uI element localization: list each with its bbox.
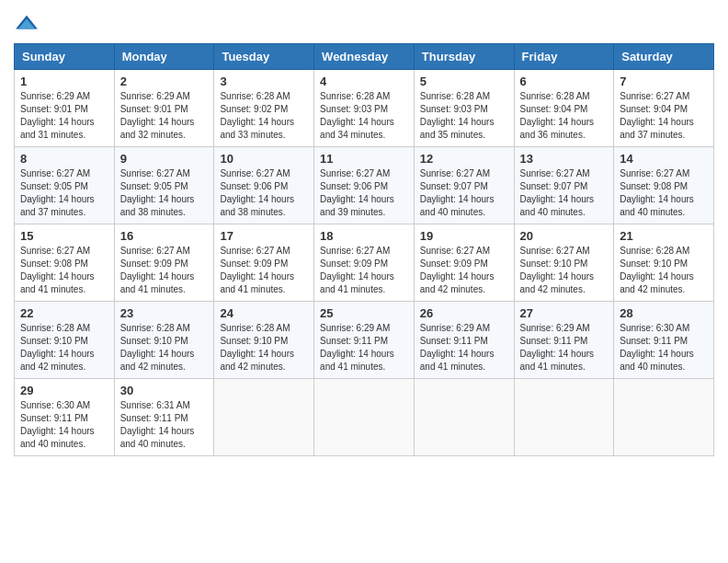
daylight-line1: Daylight: 14 hours	[320, 193, 408, 206]
day-info: Sunrise: 6:28 AMSunset: 9:02 PMDaylight:…	[220, 90, 308, 142]
sunrise-text: Sunrise: 6:27 AM	[420, 167, 508, 180]
sunrise-text: Sunrise: 6:27 AM	[120, 245, 209, 258]
day-number: 24	[220, 306, 308, 320]
sunrise-text: Sunrise: 6:27 AM	[120, 167, 209, 180]
day-number: 3	[220, 75, 308, 88]
sunset-text: Sunset: 9:10 PM	[20, 335, 108, 348]
sunset-text: Sunset: 9:06 PM	[320, 180, 408, 193]
daylight-line2: and 40 minutes.	[620, 206, 708, 219]
day-info: Sunrise: 6:27 AMSunset: 9:05 PMDaylight:…	[120, 167, 209, 219]
day-info: Sunrise: 6:27 AMSunset: 9:09 PMDaylight:…	[420, 245, 508, 296]
day-number: 25	[320, 306, 408, 320]
sunset-text: Sunset: 9:11 PM	[20, 412, 108, 425]
day-number: 29	[20, 384, 108, 397]
daylight-line2: and 40 minutes.	[420, 206, 508, 219]
daylight-line1: Daylight: 14 hours	[20, 193, 108, 206]
day-info: Sunrise: 6:27 AMSunset: 9:10 PMDaylight:…	[520, 245, 609, 296]
daylight-line2: and 41 minutes.	[220, 283, 308, 296]
day-number: 17	[220, 229, 308, 243]
calendar-cell: 16Sunrise: 6:27 AMSunset: 9:09 PMDayligh…	[114, 224, 214, 302]
sunrise-text: Sunrise: 6:30 AM	[620, 322, 708, 335]
calendar-cell: 14Sunrise: 6:27 AMSunset: 9:08 PMDayligh…	[614, 147, 714, 224]
sunset-text: Sunset: 9:10 PM	[220, 335, 308, 348]
daylight-line1: Daylight: 14 hours	[520, 193, 609, 206]
daylight-line1: Daylight: 14 hours	[220, 116, 308, 129]
calendar-cell: 25Sunrise: 6:29 AMSunset: 9:11 PMDayligh…	[314, 302, 415, 379]
daylight-line2: and 42 minutes.	[120, 361, 209, 373]
sunrise-text: Sunrise: 6:30 AM	[20, 399, 108, 412]
daylight-line2: and 40 minutes.	[520, 206, 609, 219]
daylight-line2: and 37 minutes.	[620, 129, 708, 142]
day-info: Sunrise: 6:27 AMSunset: 9:08 PMDaylight:…	[620, 167, 708, 219]
day-number: 16	[120, 229, 209, 243]
day-number: 8	[20, 152, 108, 166]
day-info: Sunrise: 6:29 AMSunset: 9:11 PMDaylight:…	[520, 322, 609, 373]
day-number: 7	[620, 75, 708, 88]
calendar-cell: 7Sunrise: 6:27 AMSunset: 9:04 PMDaylight…	[614, 70, 714, 147]
sunset-text: Sunset: 9:11 PM	[420, 335, 508, 348]
daylight-line2: and 40 minutes.	[620, 361, 708, 373]
sunset-text: Sunset: 9:03 PM	[320, 103, 408, 116]
daylight-line2: and 42 minutes.	[420, 283, 508, 296]
daylight-line1: Daylight: 14 hours	[20, 425, 108, 438]
calendar-week-row: 1Sunrise: 6:29 AMSunset: 9:01 PMDaylight…	[15, 70, 714, 147]
daylight-line1: Daylight: 14 hours	[620, 193, 708, 206]
calendar-week-row: 29Sunrise: 6:30 AMSunset: 9:11 PMDayligh…	[15, 379, 714, 456]
day-info: Sunrise: 6:31 AMSunset: 9:11 PMDaylight:…	[120, 399, 209, 451]
sunset-text: Sunset: 9:11 PM	[620, 335, 708, 348]
day-number: 19	[420, 229, 508, 243]
calendar-cell: 30Sunrise: 6:31 AMSunset: 9:11 PMDayligh…	[114, 379, 214, 456]
day-number: 26	[420, 306, 508, 320]
sunset-text: Sunset: 9:01 PM	[20, 103, 108, 116]
daylight-line2: and 41 minutes.	[320, 283, 408, 296]
day-number: 21	[620, 229, 708, 243]
calendar-table: SundayMondayTuesdayWednesdayThursdayFrid…	[14, 43, 714, 456]
day-number: 23	[120, 306, 209, 320]
calendar-cell: 18Sunrise: 6:27 AMSunset: 9:09 PMDayligh…	[314, 224, 415, 302]
daylight-line1: Daylight: 14 hours	[20, 270, 108, 283]
sunset-text: Sunset: 9:04 PM	[620, 103, 708, 116]
day-info: Sunrise: 6:28 AMSunset: 9:10 PMDaylight:…	[620, 245, 708, 296]
day-info: Sunrise: 6:30 AMSunset: 9:11 PMDaylight:…	[20, 399, 108, 451]
day-info: Sunrise: 6:27 AMSunset: 9:06 PMDaylight:…	[320, 167, 408, 219]
sunrise-text: Sunrise: 6:27 AM	[220, 245, 308, 258]
daylight-line1: Daylight: 14 hours	[320, 116, 408, 129]
sunrise-text: Sunrise: 6:29 AM	[120, 90, 209, 103]
calendar-cell: 1Sunrise: 6:29 AMSunset: 9:01 PMDaylight…	[15, 70, 115, 147]
calendar-cell	[214, 379, 314, 456]
daylight-line1: Daylight: 14 hours	[320, 348, 408, 361]
calendar-cell	[614, 379, 714, 456]
daylight-line2: and 42 minutes.	[520, 283, 609, 296]
logo	[14, 14, 43, 34]
sunrise-text: Sunrise: 6:28 AM	[220, 90, 308, 103]
daylight-line1: Daylight: 14 hours	[420, 270, 508, 283]
day-info: Sunrise: 6:27 AMSunset: 9:05 PMDaylight:…	[20, 167, 108, 219]
daylight-line1: Daylight: 14 hours	[120, 116, 209, 129]
daylight-line2: and 34 minutes.	[320, 129, 408, 142]
day-info: Sunrise: 6:27 AMSunset: 9:06 PMDaylight:…	[220, 167, 308, 219]
day-info: Sunrise: 6:28 AMSunset: 9:10 PMDaylight:…	[120, 322, 209, 373]
day-number: 10	[220, 152, 308, 166]
weekday-header-thursday: Thursday	[414, 44, 514, 70]
calendar-cell: 17Sunrise: 6:27 AMSunset: 9:09 PMDayligh…	[214, 224, 314, 302]
sunrise-text: Sunrise: 6:28 AM	[20, 322, 108, 335]
sunrise-text: Sunrise: 6:28 AM	[320, 90, 408, 103]
calendar-cell: 10Sunrise: 6:27 AMSunset: 9:06 PMDayligh…	[214, 147, 314, 224]
sunrise-text: Sunrise: 6:27 AM	[620, 167, 708, 180]
daylight-line1: Daylight: 14 hours	[120, 348, 209, 361]
daylight-line2: and 42 minutes.	[220, 361, 308, 373]
sunrise-text: Sunrise: 6:27 AM	[520, 245, 609, 258]
day-info: Sunrise: 6:29 AMSunset: 9:01 PMDaylight:…	[20, 90, 108, 142]
calendar-week-row: 8Sunrise: 6:27 AMSunset: 9:05 PMDaylight…	[15, 147, 714, 224]
sunset-text: Sunset: 9:11 PM	[320, 335, 408, 348]
sunset-text: Sunset: 9:09 PM	[420, 258, 508, 270]
sunrise-text: Sunrise: 6:27 AM	[20, 167, 108, 180]
daylight-line2: and 31 minutes.	[20, 129, 108, 142]
sunset-text: Sunset: 9:09 PM	[220, 258, 308, 270]
sunrise-text: Sunrise: 6:27 AM	[520, 167, 609, 180]
daylight-line2: and 33 minutes.	[220, 129, 308, 142]
sunrise-text: Sunrise: 6:29 AM	[520, 322, 609, 335]
day-info: Sunrise: 6:30 AMSunset: 9:11 PMDaylight:…	[620, 322, 708, 373]
sunrise-text: Sunrise: 6:29 AM	[320, 322, 408, 335]
day-number: 6	[520, 75, 609, 88]
